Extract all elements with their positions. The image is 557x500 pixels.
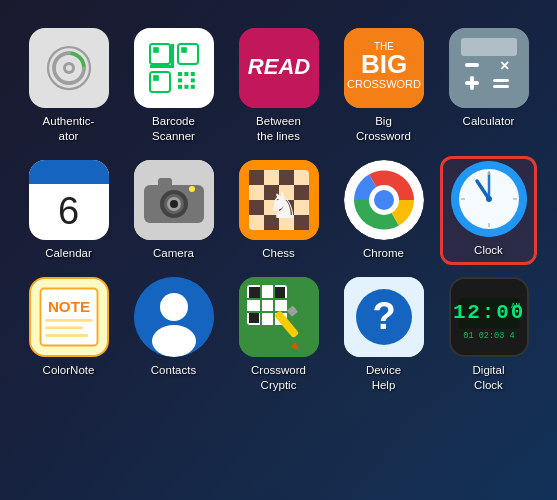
svg-text:READ: READ (247, 54, 309, 79)
svg-rect-33 (493, 79, 509, 82)
svg-rect-45 (249, 170, 264, 185)
colornote-icon: NOTE (29, 277, 109, 357)
device-help-label: DeviceHelp (366, 363, 401, 393)
colornote-label: ColorNote (43, 363, 95, 378)
svg-text:NOTE: NOTE (47, 298, 89, 315)
svg-text:×: × (500, 57, 509, 74)
contacts-label: Contacts (151, 363, 196, 378)
svg-rect-81 (249, 287, 260, 298)
svg-point-73 (160, 293, 188, 321)
svg-rect-70 (45, 326, 83, 329)
svg-text:BIG: BIG (360, 49, 406, 79)
barcode-scanner-icon (134, 28, 214, 108)
svg-text:CROSSWORD: CROSSWORD (347, 78, 421, 90)
svg-rect-71 (45, 334, 88, 337)
svg-rect-12 (184, 72, 188, 76)
calendar-day: 6 (58, 190, 79, 233)
device-help-icon: ? (344, 277, 424, 357)
contacts-icon (134, 277, 214, 357)
big-crossword-icon: THE BIG CROSSWORD (344, 28, 424, 108)
svg-rect-17 (184, 85, 188, 89)
camera-label: Camera (153, 246, 194, 261)
svg-rect-28 (461, 38, 517, 56)
app-item-chrome[interactable]: Chrome (335, 156, 432, 265)
big-crossword-label: BigCrossword (356, 114, 411, 144)
app-item-barcode-scanner[interactable]: BarcodeScanner (125, 24, 222, 148)
svg-rect-19 (170, 44, 173, 68)
svg-point-42 (189, 186, 195, 192)
chess-icon: ♞ (239, 160, 319, 240)
barcode-scanner-label: BarcodeScanner (152, 114, 195, 144)
calculator-label: Calculator (463, 114, 515, 129)
clock-icon (451, 161, 527, 237)
chrome-label: Chrome (363, 246, 404, 261)
svg-rect-79 (260, 285, 262, 325)
svg-text:?: ? (372, 295, 395, 337)
svg-rect-46 (279, 170, 294, 185)
authenticator-icon (29, 28, 109, 108)
app-item-authenticator[interactable]: Authentic-ator (20, 24, 117, 148)
svg-rect-16 (178, 85, 182, 89)
crossword-cryptic-label: CrosswordCryptic (251, 363, 306, 393)
svg-rect-41 (158, 178, 172, 188)
svg-rect-67 (40, 288, 97, 345)
app-item-between-lines[interactable]: READ Betweenthe lines (230, 24, 327, 148)
calendar-icon: 6 (29, 160, 109, 240)
svg-rect-18 (190, 85, 194, 89)
svg-point-61 (486, 196, 492, 202)
calculator-icon: × (449, 28, 529, 108)
between-lines-icon: READ (239, 28, 319, 108)
digital-clock-label: DigitalClock (473, 363, 505, 393)
svg-rect-20 (150, 65, 174, 68)
svg-rect-15 (190, 78, 194, 82)
svg-rect-10 (153, 75, 159, 81)
svg-rect-69 (45, 319, 93, 322)
svg-rect-29 (465, 63, 479, 67)
app-item-camera[interactable]: Camera (125, 156, 222, 265)
svg-point-40 (170, 200, 178, 208)
app-item-colornote[interactable]: NOTE ColorNote (20, 273, 117, 397)
chess-label: Chess (262, 246, 295, 261)
app-item-device-help[interactable]: ? DeviceHelp (335, 273, 432, 397)
app-item-contacts[interactable]: Contacts (125, 273, 222, 397)
svg-rect-77 (247, 298, 287, 300)
svg-rect-49 (249, 200, 264, 215)
app-item-crossword-cryptic[interactable]: CrosswordCryptic (230, 273, 327, 397)
svg-rect-14 (178, 78, 182, 82)
svg-rect-11 (178, 72, 182, 76)
svg-text:♞: ♞ (267, 185, 299, 226)
svg-rect-80 (273, 285, 275, 325)
between-lines-label: Betweenthe lines (256, 114, 301, 144)
svg-rect-82 (275, 287, 285, 298)
svg-point-3 (66, 65, 72, 71)
app-item-calendar[interactable]: 6 Calendar (20, 156, 117, 265)
app-item-clock[interactable]: Clock (440, 156, 537, 265)
authenticator-label: Authentic-ator (43, 114, 95, 144)
svg-rect-83 (249, 313, 259, 323)
svg-rect-13 (190, 72, 194, 76)
chrome-icon (344, 160, 424, 240)
crossword-cryptic-icon (239, 277, 319, 357)
calendar-label: Calendar (45, 246, 92, 261)
svg-rect-6 (153, 47, 159, 53)
app-item-calculator[interactable]: × Calculator (440, 24, 537, 148)
app-item-big-crossword[interactable]: THE BIG CROSSWORD BigCrossword (335, 24, 432, 148)
app-item-chess[interactable]: ♞ Chess (230, 156, 327, 265)
digital-clock-icon: 12:00 AM 01 02:03 4 (449, 277, 529, 357)
svg-point-74 (152, 325, 196, 357)
clock-label: Clock (474, 243, 503, 258)
svg-rect-8 (181, 47, 187, 53)
svg-text:01 02:03 4: 01 02:03 4 (463, 331, 514, 341)
camera-icon (134, 160, 214, 240)
app-item-digital-clock[interactable]: 12:00 AM 01 02:03 4 DigitalClock (440, 273, 537, 397)
svg-rect-34 (493, 85, 509, 88)
app-grid: Authentic-ator (0, 0, 557, 417)
svg-rect-32 (470, 76, 474, 90)
svg-text:AM: AM (511, 301, 521, 309)
svg-point-56 (374, 190, 394, 210)
